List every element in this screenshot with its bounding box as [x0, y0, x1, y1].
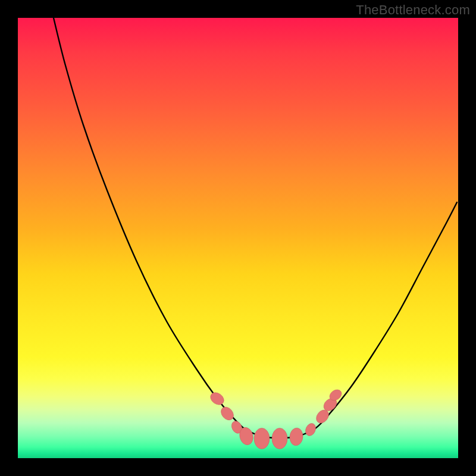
- trough-marker: [289, 427, 304, 446]
- bottleneck-curve: [54, 18, 457, 438]
- trough-marker: [303, 422, 317, 437]
- trough-markers: [208, 387, 344, 449]
- trough-marker: [208, 390, 226, 408]
- chart-frame: TheBottleneck.com: [0, 0, 476, 476]
- curve-svg: [18, 18, 458, 458]
- trough-marker: [254, 428, 270, 449]
- trough-marker: [272, 428, 287, 449]
- watermark-label: TheBottleneck.com: [356, 2, 470, 18]
- plot-area: [18, 18, 458, 458]
- trough-marker: [218, 405, 236, 422]
